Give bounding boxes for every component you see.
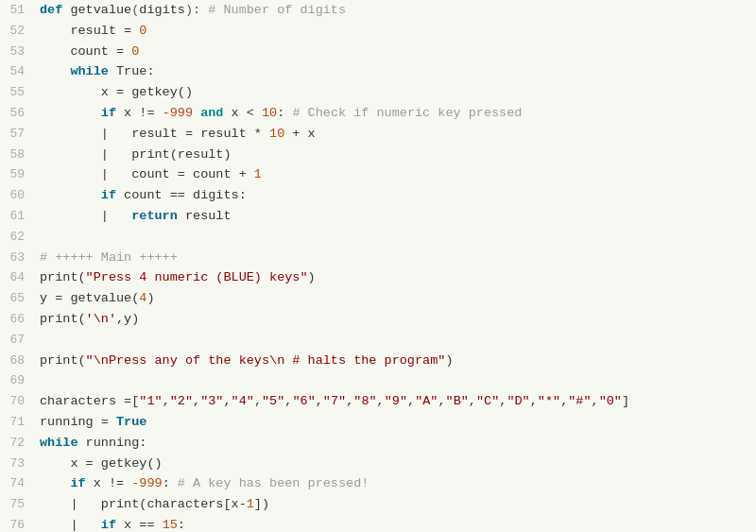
line-content: def getvalue(digits): # Number of digits	[36, 0, 756, 21]
code-line: 73 x = getkey()	[0, 454, 756, 474]
line-number: 75	[0, 494, 36, 515]
line-number: 71	[0, 412, 36, 433]
line-content: if x != -999: # A key has been pressed!	[36, 473, 756, 494]
code-line: 66print('\n',y)	[0, 309, 756, 330]
line-number: 67	[0, 330, 36, 351]
line-content: # +++++ Main +++++	[36, 248, 756, 268]
line-number: 66	[0, 309, 36, 330]
line-number: 57	[0, 124, 36, 145]
line-content: if x != -999 and x < 10: # Check if nume…	[36, 103, 756, 124]
code-line: 76 | if x == 15:	[0, 515, 756, 532]
code-line: 52 result = 0	[0, 21, 756, 42]
line-number: 70	[0, 391, 36, 412]
code-line: 69	[0, 370, 756, 391]
line-content: | count = count + 1	[36, 164, 756, 185]
line-content: while True:	[36, 61, 756, 82]
code-line: 54 while True:	[0, 61, 756, 82]
code-line: 57 | result = result * 10 + x	[0, 124, 756, 145]
line-content: | result = result * 10 + x	[36, 124, 756, 145]
line-number: 53	[0, 42, 36, 62]
line-content: running = True	[36, 412, 756, 433]
code-line: 60 if count == digits:	[0, 185, 756, 206]
line-number: 54	[0, 61, 36, 82]
line-content: print("Press 4 numeric (BLUE) keys")	[36, 267, 756, 288]
code-line: 67	[0, 330, 756, 351]
code-line: 58 | print(result)	[0, 145, 756, 165]
line-number: 56	[0, 103, 36, 124]
code-line: 56 if x != -999 and x < 10: # Check if n…	[0, 103, 756, 124]
line-content: characters =["1","2","3","4","5","6","7"…	[36, 391, 756, 412]
line-number: 68	[0, 351, 36, 371]
line-number: 55	[0, 82, 36, 103]
line-content: | print(characters[x-1])	[36, 494, 756, 515]
line-number: 51	[0, 0, 36, 21]
code-editor: 51def getvalue(digits): # Number of digi…	[0, 0, 756, 532]
line-content: count = 0	[36, 42, 756, 62]
line-content: x = getkey()	[36, 454, 756, 474]
line-content: print('\n',y)	[36, 309, 756, 330]
line-number: 63	[0, 248, 36, 268]
code-line: 63# +++++ Main +++++	[0, 248, 756, 268]
line-content: while running:	[36, 433, 756, 454]
code-line: 62	[0, 227, 756, 248]
code-line: 53 count = 0	[0, 42, 756, 62]
line-content: print("\nPress any of the keys\n # halts…	[36, 351, 756, 371]
code-line: 75 | print(characters[x-1])	[0, 494, 756, 515]
code-line: 61 | return result	[0, 206, 756, 227]
code-line: 51def getvalue(digits): # Number of digi…	[0, 0, 756, 21]
line-number: 60	[0, 185, 36, 206]
line-number: 52	[0, 21, 36, 42]
line-content: y = getvalue(4)	[36, 288, 756, 309]
code-line: 59 | count = count + 1	[0, 164, 756, 185]
line-number: 59	[0, 164, 36, 185]
code-line: 74 if x != -999: # A key has been presse…	[0, 473, 756, 494]
code-line: 72while running:	[0, 433, 756, 454]
line-number: 73	[0, 454, 36, 474]
line-number: 61	[0, 206, 36, 227]
line-number: 76	[0, 515, 36, 532]
line-content: x = getkey()	[36, 82, 756, 103]
line-content: if count == digits:	[36, 185, 756, 206]
line-number: 69	[0, 370, 36, 391]
line-number: 64	[0, 267, 36, 288]
line-number: 72	[0, 433, 36, 454]
code-line: 64print("Press 4 numeric (BLUE) keys")	[0, 267, 756, 288]
line-content: | if x == 15:	[36, 515, 756, 532]
line-number: 65	[0, 288, 36, 309]
line-content: result = 0	[36, 21, 756, 42]
code-line: 68print("\nPress any of the keys\n # hal…	[0, 351, 756, 371]
code-line: 65y = getvalue(4)	[0, 288, 756, 309]
line-content: | print(result)	[36, 145, 756, 165]
line-number: 58	[0, 145, 36, 165]
line-number: 74	[0, 473, 36, 494]
line-content: | return result	[36, 206, 756, 227]
code-line: 55 x = getkey()	[0, 82, 756, 103]
line-number: 62	[0, 227, 36, 248]
code-line: 71running = True	[0, 412, 756, 433]
code-line: 70characters =["1","2","3","4","5","6","…	[0, 391, 756, 412]
